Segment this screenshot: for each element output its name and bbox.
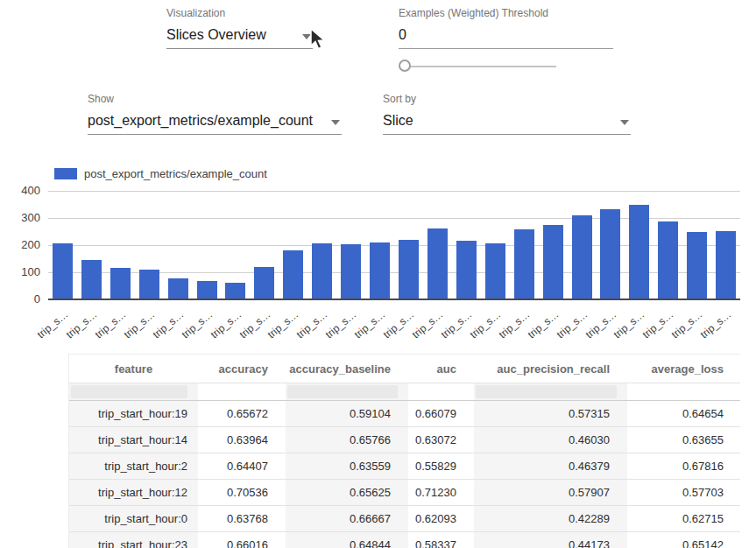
bar[interactable] — [53, 243, 73, 299]
bar-slot — [539, 191, 568, 299]
table-row: trip_start_hour:20.644070.635590.558290.… — [69, 453, 740, 480]
bar[interactable] — [225, 283, 245, 299]
bar-slot — [682, 191, 711, 299]
bar[interactable] — [139, 270, 159, 299]
slider-handle[interactable] — [399, 60, 411, 72]
bar-slot — [481, 191, 510, 299]
table-cell: 0.63559 — [286, 453, 408, 479]
bar-slot — [423, 191, 452, 299]
column-header-auc[interactable]: auc — [408, 355, 474, 383]
filter-cell — [286, 383, 408, 400]
x-axis-line — [48, 299, 740, 300]
bar[interactable] — [514, 229, 534, 299]
bar-slot — [164, 191, 193, 299]
bar-slot — [394, 191, 423, 299]
bar-slot — [77, 191, 106, 299]
bar[interactable] — [254, 267, 274, 300]
table-body: trip_start_hour:190.656720.591040.660790… — [69, 401, 740, 548]
metrics-table: featureaccuracyaccuracy_baselineaucauc_p… — [68, 354, 740, 548]
bar[interactable] — [658, 221, 678, 299]
show-value: post_export_metrics/example_count — [88, 113, 313, 128]
table-cell: 0.66079 — [408, 401, 474, 426]
bar-slot — [365, 191, 394, 299]
bar-slot — [106, 191, 135, 299]
bar[interactable] — [543, 225, 563, 299]
table-cell: 0.46030 — [474, 427, 627, 453]
bar-slot — [568, 191, 597, 299]
bar[interactable] — [687, 232, 707, 299]
show-label: Show — [88, 93, 342, 105]
bar[interactable] — [110, 268, 131, 299]
table-row: trip_start_hour:120.705360.656250.712300… — [69, 480, 740, 506]
chevron-down-icon — [331, 120, 340, 125]
column-header-feature[interactable]: feature — [69, 355, 198, 383]
show-field: Show post_export_metrics/example_count — [88, 93, 342, 135]
visualization-dropdown[interactable]: Slices Overview — [166, 27, 313, 49]
table-cell: trip_start_hour:19 — [69, 401, 198, 426]
bar-slot — [711, 191, 740, 299]
bar[interactable] — [427, 228, 448, 299]
bar-series — [48, 191, 740, 299]
bar-slot — [48, 191, 77, 299]
bar[interactable] — [716, 231, 736, 299]
slider-track[interactable] — [406, 66, 556, 67]
y-axis-tick-label: 100 — [9, 266, 40, 278]
x-axis-tick-label: trip_s… — [669, 308, 705, 341]
threshold-slider[interactable] — [399, 60, 556, 74]
table-filter-row — [69, 383, 740, 401]
filter-cell — [408, 383, 474, 400]
column-filter-input[interactable] — [476, 385, 617, 398]
bar[interactable] — [197, 281, 217, 299]
table-cell: 0.63072 — [408, 427, 474, 453]
column-header-accuracy_baseline[interactable]: accuracy_baseline — [286, 355, 408, 383]
x-axis-tick-label: trip_s… — [554, 308, 590, 341]
column-header-average_loss[interactable]: average_loss — [627, 355, 741, 383]
threshold-input[interactable]: 0 — [399, 27, 613, 49]
x-axis-tick-label: trip_s… — [323, 308, 359, 341]
x-axis-tick-label: trip_s… — [35, 308, 71, 341]
sortby-dropdown[interactable]: Slice — [383, 113, 631, 135]
table-cell: 0.55829 — [408, 453, 474, 479]
bar[interactable] — [399, 240, 419, 299]
bar-slot — [279, 191, 307, 299]
bar[interactable] — [81, 260, 102, 299]
bar[interactable] — [168, 278, 188, 299]
column-header-auc_precision_recall[interactable]: auc_precision_recall — [474, 355, 627, 383]
x-axis-tick-label: trip_s… — [93, 308, 129, 341]
column-filter-input[interactable] — [71, 385, 187, 398]
table-cell: 0.64654 — [627, 401, 741, 426]
show-dropdown[interactable]: post_export_metrics/example_count — [88, 113, 342, 135]
column-filter-input[interactable] — [287, 385, 398, 398]
table-cell: 0.63655 — [627, 427, 741, 453]
table-cell: 0.44173 — [474, 532, 627, 548]
filter-cell — [198, 383, 286, 400]
visualization-field: Visualization Slices Overview — [166, 7, 313, 49]
bar[interactable] — [370, 242, 390, 299]
bar[interactable] — [572, 215, 592, 299]
x-axis-tick-label: trip_s… — [352, 308, 388, 341]
table-cell: 0.65142 — [627, 532, 741, 548]
table-cell: trip_start_hour:0 — [69, 506, 198, 531]
threshold-field: Examples (Weighted) Threshold 0 — [399, 7, 613, 49]
table-cell: 0.57907 — [474, 480, 627, 505]
x-axis-tick-label: trip_s… — [611, 308, 647, 341]
table-cell: 0.70536 — [198, 480, 286, 505]
table-cell: 0.63768 — [198, 506, 286, 531]
column-header-accuracy[interactable]: accuracy — [198, 355, 286, 383]
table-cell: 0.46379 — [474, 453, 627, 479]
threshold-label: Examples (Weighted) Threshold — [399, 7, 613, 19]
x-axis-tick-label: trip_s… — [237, 308, 272, 341]
table-cell: 0.66667 — [286, 506, 408, 531]
bar[interactable] — [456, 241, 477, 299]
bar[interactable] — [485, 243, 505, 299]
bar[interactable] — [600, 209, 620, 299]
bar[interactable] — [312, 243, 332, 299]
bar-slot — [654, 191, 682, 299]
table-cell: 0.64407 — [198, 453, 286, 479]
x-axis-tick-label: trip_s… — [439, 308, 475, 341]
bar[interactable] — [629, 205, 649, 299]
bar[interactable] — [341, 244, 361, 299]
bar-slot — [222, 191, 251, 299]
table-cell: 0.58337 — [408, 532, 474, 548]
bar[interactable] — [283, 250, 303, 299]
